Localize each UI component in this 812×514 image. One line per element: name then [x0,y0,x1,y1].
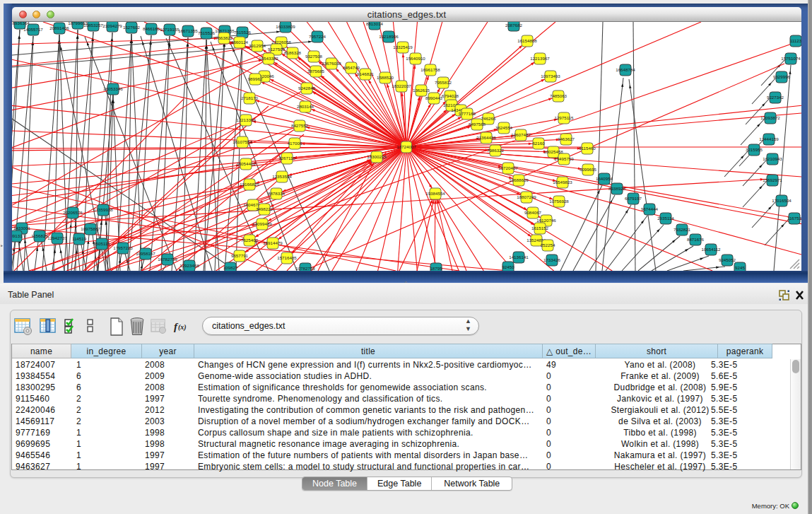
svg-text:17957223: 17957223 [113,245,133,250]
svg-text:417006: 417006 [288,141,302,146]
svg-text:9115460: 9115460 [579,146,596,151]
svg-text:3215955: 3215955 [746,147,763,152]
svg-text:18322037: 18322037 [392,83,411,88]
svg-text:16648784: 16648784 [616,67,635,72]
svg-text:18807249: 18807249 [517,194,536,199]
svg-text:6679197: 6679197 [625,196,642,201]
svg-text:9227342: 9227342 [767,95,784,100]
svg-text:9127509: 9127509 [268,47,286,52]
svg-text:10853257: 10853257 [83,23,103,28]
svg-text:19384554: 19384554 [425,191,445,196]
svg-text:15716485: 15716485 [277,255,297,260]
svg-text:10958167: 10958167 [136,251,155,256]
svg-text:9245: 9245 [735,265,745,270]
svg-text:16782759: 16782759 [158,257,177,262]
svg-text:8878334: 8878334 [268,191,286,196]
svg-text:8466160: 8466160 [143,26,160,31]
svg-text:16671355: 16671355 [178,28,198,33]
svg-text:2803144: 2803144 [297,104,314,109]
svg-text:23676038: 23676038 [322,61,341,66]
svg-text:19166825: 19166825 [240,182,259,187]
svg-text:20206576: 20206576 [63,210,83,215]
svg-text:12093872: 12093872 [760,115,780,120]
svg-text:10973493: 10973493 [541,74,560,78]
svg-text:3267110: 3267110 [278,156,295,160]
svg-text:2087682: 2087682 [505,23,523,28]
svg-text:16914479: 16914479 [263,240,283,245]
svg-text:2505115: 2505115 [93,241,110,246]
svg-text:10688609: 10688609 [509,177,529,182]
svg-text:9146821: 9146821 [357,71,375,76]
svg-text:1433001: 1433001 [13,226,31,230]
svg-text:12942737: 12942737 [47,235,67,240]
svg-text:9242848: 9242848 [298,86,316,90]
svg-text:1156829: 1156829 [31,233,48,238]
svg-text:12444159: 12444159 [759,136,779,141]
svg-text:8990443: 8990443 [425,95,443,100]
svg-text:9329996: 9329996 [773,74,791,79]
svg-text:10756928: 10756928 [549,199,569,204]
svg-text:7986322: 7986322 [487,148,505,153]
svg-text:92450: 92450 [502,264,514,269]
svg-text:16936364: 16936364 [12,22,30,25]
svg-text:8938928: 8938928 [608,186,626,191]
svg-text:2718170: 2718170 [241,95,259,100]
svg-text:16549823: 16549823 [553,180,572,185]
svg-text:16120746: 16120746 [536,218,556,223]
svg-text:8186328: 8186328 [284,50,302,55]
svg-text:18795: 18795 [430,266,442,271]
svg-text:8427552: 8427552 [291,123,309,128]
svg-text:8454749: 8454749 [343,65,360,70]
svg-text:18724007: 18724007 [396,144,416,149]
svg-text:3498222: 3498222 [256,206,273,211]
svg-text:1733426: 1733426 [543,257,561,262]
svg-text:10719155: 10719155 [160,27,180,32]
svg-text:14136141: 14136141 [509,255,529,259]
svg-text:17016504: 17016504 [772,198,792,203]
svg-text:9245052: 9245052 [719,257,736,262]
svg-text:1527602: 1527602 [123,25,141,30]
svg-text:989962: 989962 [248,76,263,81]
svg-text:8660124: 8660124 [231,40,249,45]
svg-text:16154808: 16154808 [517,38,537,43]
svg-text:2935114: 2935114 [657,216,674,221]
svg-text:12975115: 12975115 [554,115,574,120]
svg-text:109827: 109827 [223,265,238,270]
svg-text:10975887: 10975887 [81,226,100,231]
svg-text:9777169: 9777169 [459,111,476,116]
svg-text:3624554: 3624554 [495,125,513,130]
svg-text:12213369: 12213369 [236,117,256,122]
svg-text:21364436: 21364436 [476,135,496,140]
svg-text:7955812: 7955812 [435,80,452,85]
svg-text:9084067: 9084067 [524,210,542,215]
svg-text:10607487: 10607487 [511,132,531,137]
svg-text:15640910: 15640910 [406,56,425,61]
svg-text:6099695: 6099695 [579,167,597,172]
svg-text:15751074: 15751074 [781,56,801,61]
svg-text:7663822: 7663822 [216,35,233,40]
svg-text:16033809: 16033809 [276,24,295,29]
svg-text:62160: 62160 [532,141,545,146]
svg-text:12213967: 12213967 [530,56,550,61]
svg-text:9674444: 9674444 [641,206,659,211]
svg-text:9327508: 9327508 [305,54,323,59]
svg-text:16210943: 16210943 [763,156,782,161]
svg-text:8813014: 8813014 [366,22,384,26]
svg-text:20891406: 20891406 [49,25,69,30]
svg-text:13325419: 13325419 [393,45,413,49]
svg-text:14099489: 14099489 [252,221,272,226]
svg-text:14055717: 14055717 [23,27,43,32]
svg-text:18300215: 18300215 [367,154,387,159]
svg-text:15692971: 15692971 [763,177,782,182]
svg-text:7625402: 7625402 [241,238,259,243]
svg-text:1640954: 1640954 [596,176,613,181]
svg-text:6497568: 6497568 [469,122,486,127]
svg-text:7957224: 7957224 [309,34,326,39]
svg-text:17359938: 17359938 [93,207,113,212]
svg-text:3912954: 3912954 [249,43,266,48]
svg-text:746266: 746266 [481,116,496,121]
svg-text:16961758: 16961758 [420,67,440,72]
svg-text:26053346: 26053346 [103,86,123,91]
svg-text:1362615: 1362615 [413,88,430,93]
svg-text:19218906: 19218906 [379,34,399,39]
